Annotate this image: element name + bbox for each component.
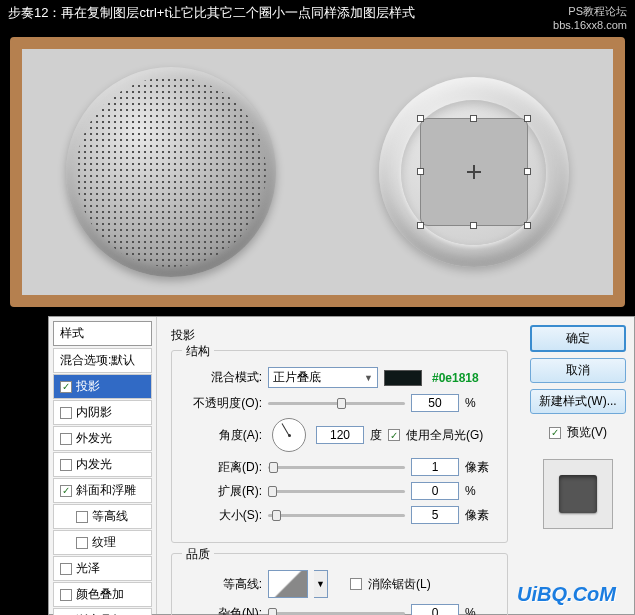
styles-column: 样式 混合选项:默认 投影内阴影外发光内发光斜面和浮雕等高线纹理光泽颜色叠加渐变… xyxy=(49,317,157,614)
handle-tm[interactable] xyxy=(470,115,477,122)
styles-header: 样式 xyxy=(53,321,152,346)
percent-unit3: % xyxy=(465,606,495,615)
style-label: 投影 xyxy=(76,378,100,395)
style-checkbox[interactable] xyxy=(76,537,88,549)
style-item-8[interactable]: 颜色叠加 xyxy=(53,582,152,607)
noise-label: 杂色(N): xyxy=(184,605,262,616)
ok-button[interactable]: 确定 xyxy=(530,325,626,352)
dial-outer xyxy=(379,77,569,267)
px-unit2: 像素 xyxy=(465,507,495,524)
opacity-input[interactable]: 50 xyxy=(411,394,459,412)
handle-br[interactable] xyxy=(524,222,531,229)
style-label: 内阴影 xyxy=(76,404,112,421)
style-label: 光泽 xyxy=(76,560,100,577)
preview-label: 预览(V) xyxy=(567,424,607,441)
chevron-down-icon[interactable]: ▼ xyxy=(314,570,328,598)
new-style-button[interactable]: 新建样式(W)... xyxy=(530,389,626,414)
preview-swatch xyxy=(559,475,597,513)
noise-slider[interactable] xyxy=(268,612,405,615)
opacity-slider[interactable] xyxy=(268,402,405,405)
canvas xyxy=(10,37,625,307)
style-item-6[interactable]: 纹理 xyxy=(53,530,152,555)
color-swatch[interactable] xyxy=(384,370,422,386)
style-checkbox[interactable] xyxy=(60,563,72,575)
distance-input[interactable]: 1 xyxy=(411,458,459,476)
blend-mode-label: 混合模式: xyxy=(184,369,262,386)
layer-style-dialog: 样式 混合选项:默认 投影内阴影外发光内发光斜面和浮雕等高线纹理光泽颜色叠加渐变… xyxy=(48,316,635,615)
dial-ring xyxy=(401,100,546,245)
blend-mode-select[interactable]: 正片叠底▼ xyxy=(268,367,378,388)
center-icon[interactable] xyxy=(467,165,481,179)
preview-checkbox[interactable] xyxy=(549,427,561,439)
handle-tr[interactable] xyxy=(524,115,531,122)
antialias-checkbox[interactable] xyxy=(350,578,362,590)
angle-input[interactable]: 120 xyxy=(316,426,364,444)
handle-tl[interactable] xyxy=(417,115,424,122)
size-label: 大小(S): xyxy=(184,507,262,524)
opacity-label: 不透明度(O): xyxy=(184,395,262,412)
antialias-label: 消除锯齿(L) xyxy=(368,576,431,593)
style-item-2[interactable]: 外发光 xyxy=(53,426,152,451)
style-label: 颜色叠加 xyxy=(76,586,124,603)
handle-ml[interactable] xyxy=(417,168,424,175)
style-item-3[interactable]: 内发光 xyxy=(53,452,152,477)
preview-box xyxy=(543,459,613,529)
style-item-0[interactable]: 投影 xyxy=(53,374,152,399)
hex-note: #0e1818 xyxy=(432,371,479,385)
quality-label: 品质 xyxy=(182,546,214,563)
distance-slider[interactable] xyxy=(268,466,405,469)
style-checkbox[interactable] xyxy=(60,589,72,601)
handle-mr[interactable] xyxy=(524,168,531,175)
contour-label: 等高线: xyxy=(184,576,262,593)
speaker-left xyxy=(66,67,276,277)
global-light-checkbox[interactable] xyxy=(388,429,400,441)
style-label: 内发光 xyxy=(76,456,112,473)
style-checkbox[interactable] xyxy=(60,433,72,445)
style-item-9[interactable]: 渐变叠加 xyxy=(53,608,152,615)
style-label: 等高线 xyxy=(92,508,128,525)
style-label: 斜面和浮雕 xyxy=(76,482,136,499)
cancel-button[interactable]: 取消 xyxy=(530,358,626,383)
handle-bl[interactable] xyxy=(417,222,424,229)
size-input[interactable]: 5 xyxy=(411,506,459,524)
percent-unit2: % xyxy=(465,484,495,498)
noise-input[interactable]: 0 xyxy=(411,604,459,615)
style-item-4[interactable]: 斜面和浮雕 xyxy=(53,478,152,503)
distance-label: 距离(D): xyxy=(184,459,262,476)
chevron-down-icon: ▼ xyxy=(364,373,373,383)
style-checkbox[interactable] xyxy=(60,485,72,497)
settings-column: 投影 结构 混合模式: 正片叠底▼ #0e1818 不透明度(O): 50 % … xyxy=(157,317,522,614)
speaker-mesh xyxy=(76,77,266,267)
style-checkbox[interactable] xyxy=(76,511,88,523)
wood-frame xyxy=(10,37,625,307)
style-checkbox[interactable] xyxy=(60,459,72,471)
size-slider[interactable] xyxy=(268,514,405,517)
angle-label: 角度(A): xyxy=(184,427,262,444)
spread-input[interactable]: 0 xyxy=(411,482,459,500)
global-light-label: 使用全局光(G) xyxy=(406,427,483,444)
structure-label: 结构 xyxy=(182,343,214,360)
watermark: UiBQ.CoM xyxy=(517,583,616,606)
panel-title: 投影 xyxy=(171,327,508,344)
handle-bm[interactable] xyxy=(470,222,477,229)
style-item-7[interactable]: 光泽 xyxy=(53,556,152,581)
degree-unit: 度 xyxy=(370,427,382,444)
angle-dial[interactable] xyxy=(272,418,306,452)
step-text: 步奏12：再在复制图层ctrl+t让它比其它二个圈小一点同样添加图层样式 xyxy=(8,4,415,31)
structure-group: 结构 混合模式: 正片叠底▼ #0e1818 不透明度(O): 50 % 角度(… xyxy=(171,350,508,543)
percent-unit: % xyxy=(465,396,495,410)
style-checkbox[interactable] xyxy=(60,381,72,393)
style-item-1[interactable]: 内阴影 xyxy=(53,400,152,425)
style-checkbox[interactable] xyxy=(60,407,72,419)
spread-slider[interactable] xyxy=(268,490,405,493)
blend-options[interactable]: 混合选项:默认 xyxy=(53,348,152,373)
spread-label: 扩展(R): xyxy=(184,483,262,500)
px-unit: 像素 xyxy=(465,459,495,476)
contour-picker[interactable] xyxy=(268,570,308,598)
quality-group: 品质 等高线: ▼ 消除锯齿(L) 杂色(N): 0 % xyxy=(171,553,508,615)
transform-box[interactable] xyxy=(420,118,528,226)
style-label: 外发光 xyxy=(76,430,112,447)
style-label: 纹理 xyxy=(92,534,116,551)
credit: PS教程论坛bbs.16xx8.com xyxy=(553,4,627,31)
style-item-5[interactable]: 等高线 xyxy=(53,504,152,529)
